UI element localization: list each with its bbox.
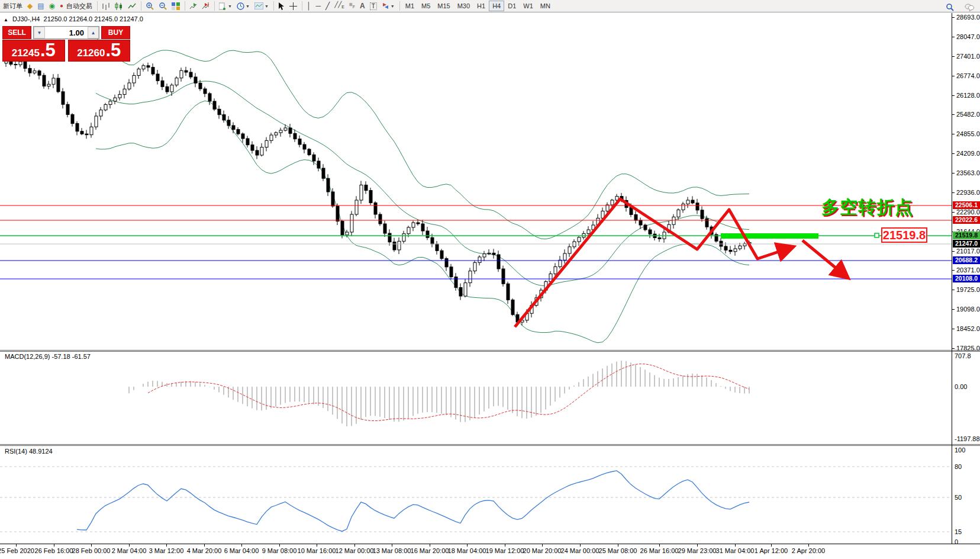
- price-tick-mark: [952, 309, 955, 310]
- toolbar-separator: [299, 1, 302, 11]
- cursor-button[interactable]: [276, 0, 287, 12]
- time-axis: 25 Feb 202026 Feb 16:0028 Feb 00:002 Mar…: [0, 544, 980, 559]
- sell-button[interactable]: SELL: [2, 26, 31, 39]
- zoom-in-button[interactable]: [143, 0, 156, 12]
- search-button[interactable]: [943, 1, 956, 13]
- candle-body: [563, 253, 566, 260]
- macd-splitter[interactable]: [0, 350, 980, 352]
- text-label-button[interactable]: T: [368, 0, 379, 12]
- pivot-zone-bar[interactable]: [721, 233, 818, 239]
- trendline-button[interactable]: ╱: [323, 0, 332, 12]
- pivot-price-label[interactable]: 21519.8: [881, 227, 927, 243]
- dropdown-caret-icon[interactable]: ▼: [391, 4, 395, 8]
- horizontal-line-button[interactable]: ─: [313, 0, 323, 12]
- timeframe-m1-button[interactable]: M1: [402, 1, 418, 11]
- candle-body: [454, 277, 457, 288]
- candle-body: [677, 210, 680, 217]
- shapes-button[interactable]: ▼: [379, 0, 397, 12]
- timeframe-d1-button[interactable]: D1: [504, 1, 520, 11]
- dropdown-caret-icon[interactable]: ▼: [246, 4, 250, 8]
- text-button[interactable]: A: [357, 0, 368, 12]
- shapes-icon: [382, 2, 389, 9]
- rsi-indicator-panel[interactable]: [0, 446, 952, 543]
- candle-body: [204, 89, 207, 94]
- candle-body: [28, 68, 31, 73]
- timeframe-h4-button[interactable]: H4: [489, 1, 504, 11]
- navigator-button[interactable]: ◉: [47, 0, 57, 12]
- time-tick-mark: [808, 544, 809, 547]
- candle-body: [412, 223, 415, 227]
- candle-chart-button[interactable]: [112, 0, 125, 12]
- dropdown-caret-icon[interactable]: ▼: [265, 4, 269, 8]
- timeframe-m5-button[interactable]: M5: [418, 1, 434, 11]
- fibonacci-button[interactable]: ≡F: [347, 0, 357, 12]
- chart-shift-button[interactable]: [199, 0, 212, 12]
- candle-body: [270, 135, 273, 140]
- auto-trading-button[interactable]: ●自动交易: [57, 0, 95, 12]
- candle-body: [464, 283, 467, 296]
- open-value: 21250.0: [44, 15, 67, 23]
- line-chart-button[interactable]: [125, 0, 138, 12]
- time-tick-mark: [580, 544, 581, 547]
- candle-body: [275, 133, 278, 135]
- candle-body: [90, 127, 93, 134]
- forecast-down-arrow[interactable]: [802, 240, 846, 277]
- candle-body: [76, 124, 79, 131]
- new-order-button[interactable]: 新订单: [1, 0, 25, 12]
- main-price-chart[interactable]: [0, 13, 952, 350]
- candle-body: [114, 98, 117, 101]
- timeframe-h1-button[interactable]: H1: [473, 1, 489, 11]
- bull-bear-turning-point-annotation[interactable]: 多空转折点: [821, 195, 913, 220]
- buy-price-button[interactable]: 21260 .5: [68, 40, 131, 62]
- timeframe-mn-button[interactable]: MN: [537, 1, 554, 11]
- candle-body: [331, 192, 334, 206]
- zoom-out-button[interactable]: [156, 0, 169, 12]
- macd-tick-label: 707.8: [955, 352, 971, 359]
- timeframe-m30-button[interactable]: M30: [454, 1, 473, 11]
- hline-icon: ─: [315, 2, 321, 9]
- timeframe-m15-button[interactable]: M15: [434, 1, 453, 11]
- candle-body: [14, 65, 17, 65]
- auto-scroll-button[interactable]: [187, 0, 199, 12]
- templates-button[interactable]: ▼: [252, 0, 271, 12]
- candle-body: [95, 116, 98, 127]
- channel-button[interactable]: ╱╱E: [332, 0, 347, 12]
- price-tick-label: 21017.0: [956, 248, 980, 255]
- candle-body: [208, 94, 211, 101]
- tile-windows-button[interactable]: [169, 0, 182, 12]
- crosshair-button[interactable]: [287, 0, 299, 12]
- data-window-button[interactable]: ▤: [35, 0, 46, 12]
- candle-body: [213, 101, 216, 109]
- price-tick-label: 26774.0: [956, 72, 980, 79]
- indicators-button[interactable]: ▼: [217, 0, 234, 12]
- candle-body: [369, 191, 372, 203]
- rsi-label: RSI(14) 48.9124: [5, 448, 53, 455]
- toolbar-separator: [182, 1, 185, 11]
- chat-button[interactable]: [962, 1, 976, 13]
- time-tick-mark: [354, 544, 355, 547]
- candle-body: [383, 224, 386, 233]
- zigzag-trend-arrow[interactable]: [515, 199, 791, 327]
- rsi-splitter[interactable]: [0, 444, 980, 446]
- market-watch-button[interactable]: ◆: [25, 0, 35, 12]
- volume-input[interactable]: [45, 27, 88, 38]
- vertical-line-button[interactable]: │: [304, 0, 314, 12]
- candle-body: [57, 78, 60, 92]
- price-tick-mark: [952, 37, 955, 37]
- periods-button[interactable]: ▼: [234, 0, 252, 12]
- sell-price-button[interactable]: 21245 .5: [2, 40, 65, 62]
- time-tick-mark: [16, 544, 17, 547]
- candle-body: [151, 68, 154, 74]
- volume-decrease-button[interactable]: ▼: [34, 27, 45, 38]
- wave-icon: [254, 2, 263, 9]
- collapse-triangle-icon[interactable]: ▲: [4, 17, 8, 23]
- candle-body: [578, 237, 581, 242]
- main-toolbar: 新订单◆▤◉●自动交易▼▼▼│─╱╱╱E≡FAT▼ M1M5M15M30H1H4…: [0, 0, 980, 12]
- volume-increase-button[interactable]: ▲: [88, 27, 99, 38]
- pivot-line-handle[interactable]: [875, 233, 879, 237]
- buy-button[interactable]: BUY: [101, 26, 130, 39]
- bar-chart-button[interactable]: [99, 0, 112, 12]
- timeframe-w1-button[interactable]: W1: [520, 1, 537, 11]
- dropdown-caret-icon[interactable]: ▼: [228, 4, 232, 8]
- macd-indicator-panel[interactable]: [0, 352, 952, 444]
